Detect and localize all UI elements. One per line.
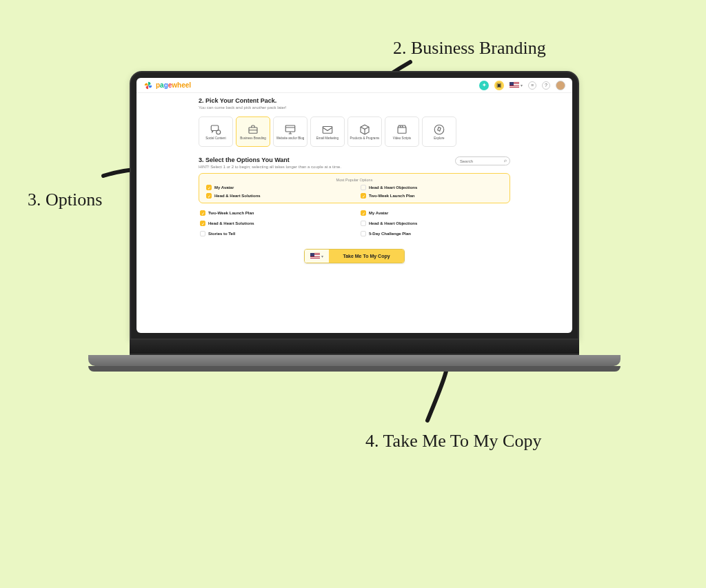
pack-label: Email Marketing [316,137,339,141]
search-icon: ⌕ [504,158,507,163]
pack-label: Products & Programs [350,137,380,141]
pack-label: Website and/or Blog [276,137,304,141]
checkbox-checked-icon: ✓ [206,185,212,190]
app-screen: pagewheel ✦ ▣ ▾ ≡ ? [137,78,572,333]
checkbox-checked-icon: ✓ [361,193,366,199]
option-5-day-challenge[interactable]: 5-Day Challenge Plan [361,231,509,236]
briefcase-icon [247,123,259,136]
pack-website-blog[interactable]: Website and/or Blog [273,116,307,147]
option-my-avatar[interactable]: ✓My Avatar [206,185,348,190]
box-icon [359,123,371,136]
svg-point-13 [434,125,444,134]
pagewheel-app: pagewheel ✦ ▣ ▾ ≡ ? [137,78,572,333]
pack-video-scripts[interactable]: Video Scripts [385,116,419,147]
header-action-2[interactable]: ▣ [494,81,504,90]
chevron-down-icon: ▾ [321,254,323,258]
help-icon[interactable]: ? [542,81,550,90]
svg-rect-4 [285,125,295,132]
take-me-to-my-copy-button[interactable]: ▾ Take Me To My Copy [304,249,404,263]
section2-subtitle: You can come back and pick another pack … [199,105,510,110]
header-action-1[interactable]: ✦ [479,81,489,90]
section2-title: 2. Pick Your Content Pack. [199,97,510,104]
cta-label: Take Me To My Copy [329,250,403,263]
menu-icon[interactable]: ≡ [528,81,536,90]
pack-email-marketing[interactable]: Email Marketing [310,116,345,147]
svg-rect-8 [323,126,332,133]
option-my-avatar[interactable]: ✓My Avatar [361,210,509,216]
checkbox-icon [361,221,366,226]
laptop-base [88,355,621,366]
laptop-keyboard [130,340,579,355]
pack-label: Business Branding [240,137,266,141]
pack-label: Video Scripts [393,137,411,141]
laptop-base-lip [88,366,621,372]
checkbox-icon [200,231,205,236]
option-two-week-launch[interactable]: ✓Two-Week Launch Plan [200,210,348,216]
search-input[interactable] [455,156,510,165]
pinwheel-icon [143,81,153,90]
laptop-mockup: pagewheel ✦ ▣ ▾ ≡ ? [130,71,579,380]
pack-products-programs[interactable]: Products & Programs [347,116,382,147]
pack-explore[interactable]: Explore [422,116,456,147]
svg-point-1 [216,130,221,134]
us-flag-icon [310,253,320,259]
app-header: pagewheel ✦ ▣ ▾ ≡ ? [137,78,572,93]
popular-options-box: Most Popular Options ✓My Avatar Head & H… [199,173,510,203]
checkbox-icon [361,231,366,236]
option-stories-to-tell[interactable]: Stories to Tell [200,231,348,236]
compass-icon [433,123,445,136]
checkbox-icon [361,185,366,190]
popular-heading: Most Popular Options [206,178,503,182]
annotation-business-branding: 2. Business Branding [393,38,546,59]
chat-icon [210,123,222,136]
laptop-screen-frame: pagewheel ✦ ▣ ▾ ≡ ? [130,71,579,340]
brand-logo[interactable]: pagewheel [143,81,191,90]
svg-rect-0 [211,125,219,131]
brand-name: pagewheel [156,81,191,89]
checkbox-checked-icon: ✓ [206,193,212,199]
checkbox-checked-icon: ✓ [200,221,205,226]
cta-language[interactable]: ▾ [305,250,329,263]
pack-social-content[interactable]: Social Content [199,116,233,147]
section3-title: 3. Select the Options You Want [199,156,341,163]
pack-business-branding[interactable]: Business Branding [236,116,270,147]
clapper-icon [396,123,408,136]
annotation-take-me: 4. Take Me To My Copy [365,431,541,452]
section3-hint: HINT! Select 1 or 2 to begin; selecting … [199,165,341,169]
content-packs: Social Content Business Branding Website… [199,116,510,147]
svg-rect-10 [398,128,406,133]
language-switcher[interactable]: ▾ [510,82,523,88]
search-wrap: ⌕ [455,156,510,165]
all-options-grid: ✓Two-Week Launch Plan ✓My Avatar ✓Head &… [200,210,509,236]
envelope-icon [321,123,334,136]
checkbox-checked-icon: ✓ [200,210,205,216]
chevron-down-icon: ▾ [521,83,523,88]
us-flag-icon [510,82,519,88]
option-head-heart-objections[interactable]: Head & Heart Objections [361,185,503,190]
header-actions: ✦ ▣ ▾ ≡ ? [479,81,565,90]
checkbox-checked-icon: ✓ [361,210,366,216]
user-avatar[interactable] [556,81,565,90]
annotation-options: 3. Options [28,190,102,210]
option-head-heart-solutions[interactable]: ✓Head & Heart Solutions [200,221,348,226]
pack-label: Explore [434,137,444,141]
monitor-icon [284,123,296,136]
pack-label: Social Content [205,137,225,141]
option-head-heart-objections[interactable]: Head & Heart Objections [361,221,509,226]
option-two-week-launch[interactable]: ✓Two-Week Launch Plan [361,193,503,199]
option-head-heart-solutions[interactable]: ✓Head & Heart Solutions [206,193,348,199]
main-content: 2. Pick Your Content Pack. You can come … [137,93,572,263]
